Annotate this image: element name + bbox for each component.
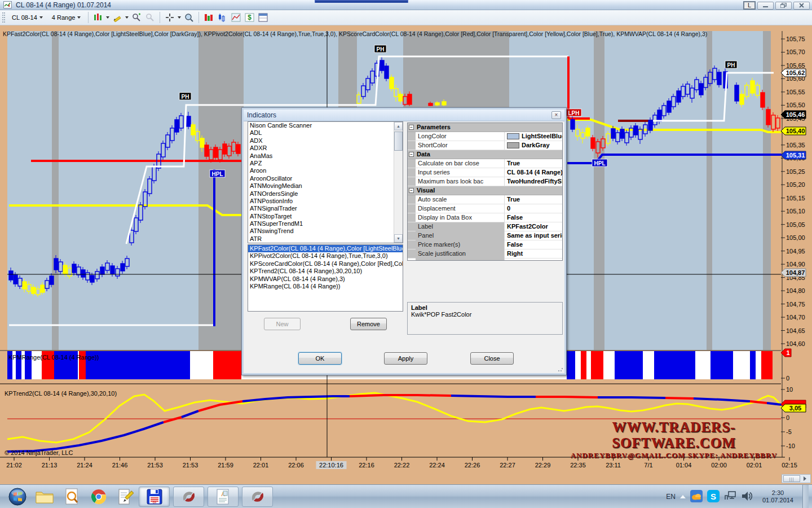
available-indicator-item[interactable]: ATR — [248, 235, 403, 243]
chevron-down-icon[interactable] — [125, 16, 129, 19]
taskbar-app-floppy[interactable]: -64- — [139, 487, 170, 507]
property-value[interactable]: LightSteelBlue — [505, 132, 562, 141]
close-button[interactable]: Close — [470, 352, 514, 365]
collapse-icon[interactable]: − — [409, 125, 414, 130]
minimize-button[interactable] — [757, 2, 774, 10]
chevron-down-icon[interactable] — [106, 16, 109, 19]
zoom-out-icon[interactable] — [144, 12, 156, 23]
clock[interactable]: 2:30 01.07.2014 — [758, 489, 798, 504]
taskbar-app-document[interactable]: A — [208, 487, 239, 507]
available-indicator-item[interactable]: APZ — [248, 160, 403, 167]
dialog-titlebar[interactable]: Indicators × — [244, 110, 564, 121]
property-value[interactable]: True — [505, 195, 562, 204]
search-icon[interactable] — [62, 487, 81, 506]
indicator-selected-list[interactable]: KPFast2Color(CL 08-14 (4 Range),Color [L… — [248, 244, 403, 312]
skype-icon[interactable]: S — [707, 490, 720, 503]
panel-icon[interactable] — [257, 12, 268, 23]
selected-indicator-item[interactable]: KPMRange(CL 08-14 (4 Range)) — [248, 283, 403, 290]
property-value[interactable]: Same as input series — [505, 231, 562, 240]
available-indicator-item[interactable]: AroonOscillator — [248, 175, 403, 182]
window-titlebar[interactable]: CL 08-14 (4 Range) 01.07.2014 L — [0, 0, 812, 10]
property-value[interactable]: 0 — [505, 204, 562, 213]
chrome-icon[interactable] — [89, 487, 108, 506]
property-row[interactable]: Display in Data BoxFalse — [408, 213, 562, 222]
apply-button[interactable]: Apply — [384, 352, 427, 365]
close-window-button[interactable] — [793, 2, 810, 10]
instrument-dropdown[interactable]: CL 08-14 — [8, 12, 46, 23]
dialog-close-button[interactable]: × — [551, 111, 561, 119]
selected-indicator-item[interactable]: KPTrend2(CL 08-14 (4 Range),30,20,10) — [248, 268, 403, 275]
available-indicator-item[interactable]: Aroon — [248, 167, 403, 174]
property-value[interactable]: DarkGray — [505, 141, 562, 150]
scrollbar-thumb[interactable]: ||| — [783, 475, 800, 482]
property-row[interactable]: Scale justificationRight — [408, 249, 562, 259]
property-value[interactable]: False — [505, 240, 562, 249]
collapse-icon[interactable]: − — [409, 188, 414, 193]
period-dropdown[interactable]: 4 Range — [48, 12, 85, 23]
hidden-icons-arrow-icon[interactable] — [680, 495, 686, 498]
property-row[interactable]: LabelKPFast2Color — [408, 222, 562, 231]
scroll-down-icon[interactable]: ▼ — [394, 234, 403, 243]
ok-button[interactable]: OK — [298, 352, 342, 365]
explorer-icon[interactable] — [35, 487, 54, 506]
available-indicator-item[interactable]: ATNSignalTrader — [248, 205, 403, 212]
property-value[interactable]: False — [505, 213, 562, 222]
chart-area[interactable]: PHPHPHLPHHPLHPL105,75105,70105,65105,601… — [0, 25, 812, 484]
property-row[interactable]: Calculate on bar closeTrue — [408, 159, 562, 168]
property-value[interactable]: True — [505, 159, 562, 168]
pencil-icon[interactable] — [112, 12, 123, 23]
available-indicator-item[interactable]: ATNOrdersSingle — [248, 190, 403, 198]
chart-style-icon[interactable] — [92, 12, 104, 23]
property-row[interactable]: Input seriesCL 08-14 (4 Range) — [408, 168, 562, 177]
selected-indicator-item[interactable]: KPPivot2Color(CL 08-14 (4 Range),True,Tr… — [248, 252, 403, 260]
collapse-icon[interactable]: − — [409, 152, 414, 157]
selected-indicator-item[interactable]: KPScoreCardColor(CL 08-14 (4 Range),Colo… — [248, 260, 403, 268]
property-row[interactable]: PanelSame as input series — [408, 231, 562, 240]
zoom-window-icon[interactable] — [183, 12, 195, 23]
available-indicator-item[interactable]: ATNMovingMedian — [248, 182, 403, 190]
zoom-in-icon[interactable] — [131, 12, 142, 23]
selected-indicator-item[interactable]: KPMWVAP(CL 08-14 (4 Range),3) — [248, 275, 403, 283]
property-category[interactable]: −Parameters — [408, 123, 562, 132]
property-row[interactable]: Maximum bars look bacTwoHundredFiftySix — [408, 177, 562, 186]
resize-grip[interactable] — [558, 366, 563, 372]
dollar-icon[interactable]: $ — [244, 12, 255, 23]
property-value[interactable]: KPFast2Color — [505, 222, 562, 231]
available-list-scrollbar[interactable]: ▲ ▼ — [394, 122, 403, 243]
property-value[interactable]: CL 08-14 (4 Range) — [505, 168, 562, 177]
show-desktop-button[interactable] — [802, 485, 809, 508]
available-indicator-item[interactable]: ATNPostionInfo — [248, 198, 403, 205]
crosshair-icon[interactable] — [164, 12, 175, 23]
remove-button[interactable]: Remove — [350, 318, 387, 330]
taskbar-app-ninjatrader[interactable] — [173, 487, 204, 507]
property-category[interactable]: −Data — [408, 150, 562, 159]
background-window-tab[interactable] — [315, 0, 408, 3]
scroll-right-icon[interactable] — [804, 476, 806, 481]
cloud-icon[interactable] — [690, 490, 703, 503]
property-row[interactable]: Displacement0 — [408, 204, 562, 213]
region-icon[interactable] — [230, 12, 241, 23]
scorecard-icon[interactable] — [203, 12, 214, 23]
available-indicator-item[interactable]: ATNswingTrend — [248, 227, 403, 235]
property-value[interactable]: TwoHundredFiftySix — [505, 177, 562, 186]
property-row[interactable]: ShortColorDarkGray — [408, 141, 562, 150]
horizontal-scrollbar[interactable]: ||| — [782, 474, 811, 483]
property-row[interactable]: Auto scaleTrue — [408, 195, 562, 204]
property-grid[interactable]: −ParametersLongColorLightSteelBlueShortC… — [407, 122, 563, 261]
toolbar-grip[interactable] — [2, 12, 5, 23]
scroll-up-icon[interactable]: ▲ — [394, 122, 403, 130]
candles-icon[interactable] — [217, 12, 228, 23]
indicator-available-list[interactable]: Nison Candle ScannerADLADXADXRAnaMasAPZA… — [248, 121, 403, 243]
selected-indicator-item[interactable]: KPFast2Color(CL 08-14 (4 Range),Color [L… — [248, 245, 403, 252]
network-icon[interactable] — [724, 491, 736, 503]
available-indicator-item[interactable]: AnaMas — [248, 152, 403, 160]
property-value[interactable]: Right — [505, 249, 562, 258]
new-button[interactable]: New — [264, 318, 301, 330]
available-indicator-item[interactable]: Nison Candle Scanner — [248, 122, 403, 129]
start-button[interactable] — [8, 487, 27, 506]
property-row[interactable]: LongColorLightSteelBlue — [408, 132, 562, 141]
available-indicator-item[interactable]: ATNSuperTrendM1 — [248, 220, 403, 227]
restore-button[interactable] — [775, 2, 792, 10]
language-indicator[interactable]: EN — [666, 493, 676, 501]
property-row[interactable]: Price marker(s)False — [408, 240, 562, 249]
